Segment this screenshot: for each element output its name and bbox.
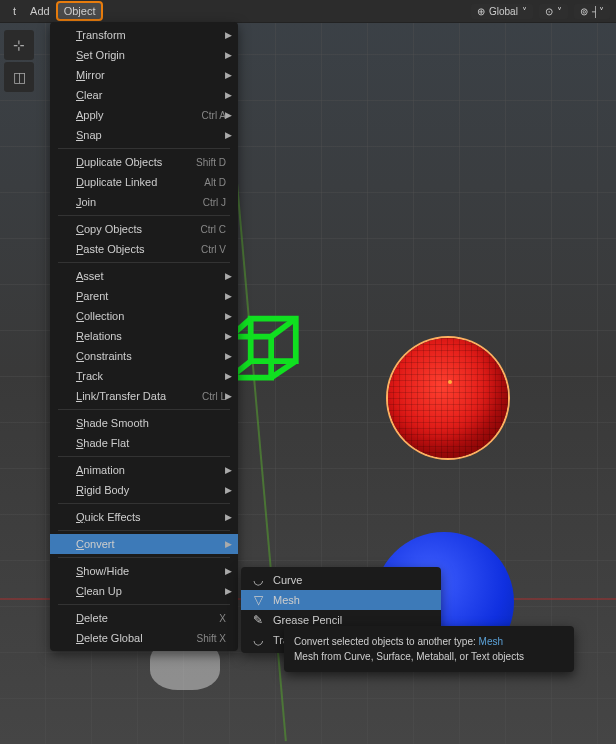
menu-item-rigid-body[interactable]: Rigid Body▶ bbox=[50, 480, 238, 500]
submenu-item-curve[interactable]: ◡Curve bbox=[241, 570, 441, 590]
menu-item-clear[interactable]: Clear▶ bbox=[50, 85, 238, 105]
menu-item-label: Duplicate Linked bbox=[76, 176, 204, 188]
submenu-item-mesh[interactable]: ▽Mesh bbox=[241, 590, 441, 610]
tool-button[interactable]: ◫ bbox=[4, 62, 34, 92]
menu-item-label: Collection bbox=[76, 310, 226, 322]
submenu-arrow-icon: ▶ bbox=[225, 586, 232, 596]
menu-separator bbox=[58, 530, 230, 531]
menu-item-animation[interactable]: Animation▶ bbox=[50, 460, 238, 480]
submenu-arrow-icon: ▶ bbox=[225, 391, 232, 401]
submenu-arrow-icon: ▶ bbox=[225, 566, 232, 576]
submenu-arrow-icon: ▶ bbox=[225, 110, 232, 120]
menu-shortcut: X bbox=[219, 613, 226, 624]
toolbar-left: ⊹ ◫ bbox=[4, 30, 34, 92]
submenu-arrow-icon: ▶ bbox=[225, 271, 232, 281]
menu-item-label: Show/Hide bbox=[76, 565, 226, 577]
menu-separator bbox=[58, 503, 230, 504]
menu-shortcut: Ctrl L bbox=[202, 391, 226, 402]
curve-icon: ◡ bbox=[251, 573, 265, 587]
snap-dropdown[interactable]: ⊙˅ bbox=[539, 4, 568, 19]
menu-item-label: Set Origin bbox=[76, 49, 226, 61]
object-sphere-voxel-red[interactable] bbox=[388, 338, 508, 458]
menu-add[interactable]: Add bbox=[23, 2, 57, 20]
menu-separator bbox=[58, 215, 230, 216]
menu-item-duplicate-objects[interactable]: Duplicate ObjectsShift D bbox=[50, 152, 238, 172]
submenu-arrow-icon: ▶ bbox=[225, 50, 232, 60]
menu-item-duplicate-linked[interactable]: Duplicate LinkedAlt D bbox=[50, 172, 238, 192]
tooltip: Convert selected objects to another type… bbox=[284, 626, 574, 672]
proportional-dropdown[interactable]: ⊚┤˅ bbox=[574, 4, 610, 19]
menu-item-shade-flat[interactable]: Shade Flat bbox=[50, 433, 238, 453]
submenu-arrow-icon: ▶ bbox=[225, 465, 232, 475]
menu-item-label: Track bbox=[76, 370, 226, 382]
menu-separator bbox=[58, 557, 230, 558]
menu-item-label: Shade Flat bbox=[76, 437, 226, 449]
menu-item-clean-up[interactable]: Clean Up▶ bbox=[50, 581, 238, 601]
menu-item-relations[interactable]: Relations▶ bbox=[50, 326, 238, 346]
menu-item-apply[interactable]: ApplyCtrl A▶ bbox=[50, 105, 238, 125]
tool-button[interactable]: ⊹ bbox=[4, 30, 34, 60]
proportional-icon: ⊚ bbox=[580, 6, 588, 17]
menu-item-label: Animation bbox=[76, 464, 226, 476]
menu-item-label: Join bbox=[76, 196, 203, 208]
menu-item-label: Rigid Body bbox=[76, 484, 226, 496]
menu-item-asset[interactable]: Asset▶ bbox=[50, 266, 238, 286]
submenu-arrow-icon: ▶ bbox=[225, 512, 232, 522]
menu-item-label: Clean Up bbox=[76, 585, 226, 597]
transform-orientation-dropdown[interactable]: ⊕Global˅ bbox=[471, 4, 533, 19]
menu-separator bbox=[58, 456, 230, 457]
menu-item-label: Delete Global bbox=[76, 632, 197, 644]
menu-item-shade-smooth[interactable]: Shade Smooth bbox=[50, 413, 238, 433]
submenu-arrow-icon: ▶ bbox=[225, 371, 232, 381]
menu-item-label: Convert bbox=[76, 538, 226, 550]
menu-item-label: Transform bbox=[76, 29, 226, 41]
menu-item-label: Relations bbox=[76, 330, 226, 342]
submenu-arrow-icon: ▶ bbox=[225, 311, 232, 321]
menu-item-parent[interactable]: Parent▶ bbox=[50, 286, 238, 306]
menu-separator bbox=[58, 604, 230, 605]
menu-item-label: Asset bbox=[76, 270, 226, 282]
submenu-arrow-icon: ▶ bbox=[225, 351, 232, 361]
menu-item-label: Mirror bbox=[76, 69, 226, 81]
submenu-arrow-icon: ▶ bbox=[225, 90, 232, 100]
menu-item-paste-objects[interactable]: Paste ObjectsCtrl V bbox=[50, 239, 238, 259]
menu-item-track[interactable]: Track▶ bbox=[50, 366, 238, 386]
menu-shortcut: Ctrl C bbox=[200, 224, 226, 235]
menu-separator bbox=[58, 148, 230, 149]
object-context-menu: Transform▶Set Origin▶Mirror▶Clear▶ApplyC… bbox=[50, 22, 238, 651]
menu-shortcut: Shift D bbox=[196, 157, 226, 168]
menu-item-collection[interactable]: Collection▶ bbox=[50, 306, 238, 326]
magnet-icon: ⊙ bbox=[545, 6, 553, 17]
submenu-label: Curve bbox=[273, 574, 302, 586]
menu-item-set-origin[interactable]: Set Origin▶ bbox=[50, 45, 238, 65]
menu-item-snap[interactable]: Snap▶ bbox=[50, 125, 238, 145]
menu-item-label: Shade Smooth bbox=[76, 417, 226, 429]
submenu-arrow-icon: ▶ bbox=[225, 539, 232, 549]
menu-item-quick-effects[interactable]: Quick Effects▶ bbox=[50, 507, 238, 527]
tooltip-link: Mesh bbox=[479, 636, 503, 647]
menu-shortcut: Ctrl A bbox=[202, 110, 226, 121]
menu-item-label: Clear bbox=[76, 89, 226, 101]
tooltip-text: Mesh from Curve, Surface, Metaball, or T… bbox=[294, 649, 564, 664]
submenu-arrow-icon: ▶ bbox=[225, 70, 232, 80]
menu-separator bbox=[58, 262, 230, 263]
menu-item-delete-global[interactable]: Delete GlobalShift X bbox=[50, 628, 238, 648]
menu-item-convert[interactable]: Convert▶ bbox=[50, 534, 238, 554]
menu-shortcut: Shift X bbox=[197, 633, 226, 644]
object-origin-dot bbox=[448, 380, 452, 384]
menu-separator bbox=[58, 409, 230, 410]
menu-item-constraints[interactable]: Constraints▶ bbox=[50, 346, 238, 366]
menu-item-transform[interactable]: Transform▶ bbox=[50, 25, 238, 45]
chevron-down-icon: ˅ bbox=[522, 6, 527, 17]
menu-item-mirror[interactable]: Mirror▶ bbox=[50, 65, 238, 85]
menu-t[interactable]: t bbox=[6, 2, 23, 20]
menu-item-show-hide[interactable]: Show/Hide▶ bbox=[50, 561, 238, 581]
menu-item-delete[interactable]: DeleteX bbox=[50, 608, 238, 628]
menu-object[interactable]: Object bbox=[57, 2, 103, 20]
menu-item-copy-objects[interactable]: Copy ObjectsCtrl C bbox=[50, 219, 238, 239]
submenu-arrow-icon: ▶ bbox=[225, 331, 232, 341]
header-toolbar: t Add Object ⊕Global˅ ⊙˅ ⊚┤˅ bbox=[0, 0, 616, 23]
menu-item-join[interactable]: JoinCtrl J bbox=[50, 192, 238, 212]
menu-item-link-transfer-data[interactable]: Link/Transfer DataCtrl L▶ bbox=[50, 386, 238, 406]
submenu-arrow-icon: ▶ bbox=[225, 485, 232, 495]
